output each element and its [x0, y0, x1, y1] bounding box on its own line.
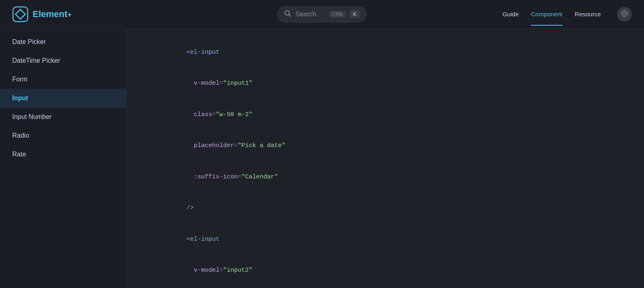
code-line-2: v-model="input1": [142, 68, 628, 99]
code-line-3: class="w-50 m-2": [142, 99, 628, 130]
main-layout: Date Picker DateTime Picker Form Input I…: [0, 29, 644, 288]
code-line-5: :suffix-icon="Calendar": [142, 161, 628, 193]
code-line-7: <el-input: [142, 224, 628, 255]
svg-line-2: [289, 14, 291, 16]
theme-toggle-button[interactable]: [617, 7, 632, 22]
sidebar-item-rate[interactable]: Rate: [0, 145, 126, 164]
sidebar-item-radio[interactable]: Radio: [0, 126, 126, 145]
sidebar-item-date-picker[interactable]: Date Picker: [0, 33, 126, 51]
nav-resource[interactable]: Resource: [575, 9, 601, 19]
header: Element+ Search CTRL K Guide Component R…: [0, 0, 644, 29]
code-area[interactable]: <el-input v-model="input1" class="w-50 m…: [126, 29, 644, 288]
sidebar-item-form[interactable]: Form: [0, 70, 126, 89]
search-bar[interactable]: Search CTRL K: [277, 6, 367, 22]
code-line-4: placeholder="Pick a date": [142, 130, 628, 162]
svg-point-3: [621, 10, 628, 17]
code-line-8: v-model="input2": [142, 255, 628, 286]
logo-area[interactable]: Element+: [12, 6, 72, 22]
sidebar: Date Picker DateTime Picker Form Input I…: [0, 29, 126, 288]
code-line-6: />: [142, 193, 628, 224]
kbd-ctrl: CTRL: [329, 11, 346, 18]
logo-text: Element+: [33, 9, 72, 20]
search-icon: [284, 10, 291, 19]
sidebar-item-datetime-picker[interactable]: DateTime Picker: [0, 51, 126, 70]
nav-component[interactable]: Component: [531, 9, 563, 19]
sidebar-item-input-number[interactable]: Input Number: [0, 108, 126, 126]
code-line-1: <el-input: [142, 37, 628, 68]
nav-links: Guide Component Resource: [502, 7, 632, 22]
kbd-k: K: [350, 10, 360, 18]
nav-guide[interactable]: Guide: [502, 9, 519, 19]
search-placeholder: Search: [296, 11, 325, 18]
code-line-9: class="w-50 m-2": [142, 286, 628, 288]
logo-icon: [12, 6, 28, 22]
sidebar-item-input[interactable]: Input: [0, 89, 126, 108]
